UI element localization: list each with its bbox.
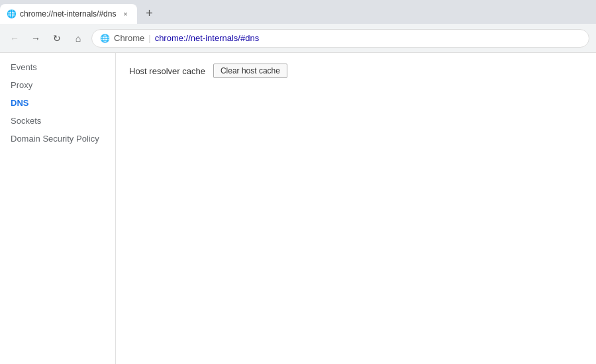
main-content: Host resolver cache Clear host cache xyxy=(116,53,596,364)
reload-button[interactable]: ↻ xyxy=(49,30,65,46)
browser-frame: 🌐 chrome://net-internals/#dns × + ← → ↻ … xyxy=(0,0,596,364)
sidebar-item-proxy[interactable]: Proxy xyxy=(0,76,115,94)
back-button[interactable]: ← xyxy=(7,30,23,46)
address-bar: ← → ↻ ⌂ 🌐 Chrome | chrome://net-internal… xyxy=(0,24,596,53)
sidebar-item-dns[interactable]: DNS xyxy=(0,94,115,112)
tab-title: chrome://net-internals/#dns xyxy=(20,9,116,19)
section-label: Host resolver cache xyxy=(129,66,205,76)
tab-favicon-icon: 🌐 xyxy=(7,9,16,19)
home-button[interactable]: ⌂ xyxy=(70,30,86,46)
clear-host-cache-button[interactable]: Clear host cache xyxy=(213,64,287,78)
forward-button[interactable]: → xyxy=(28,30,44,46)
url-bar[interactable]: 🌐 Chrome | chrome://net-internals/#dns xyxy=(91,29,589,48)
new-tab-button[interactable]: + xyxy=(140,4,158,23)
tab-bar: 🌐 chrome://net-internals/#dns × + xyxy=(0,0,596,24)
sidebar: Events Proxy DNS Sockets Domain Security… xyxy=(0,53,116,364)
sidebar-item-events[interactable]: Events xyxy=(0,58,115,76)
browser-tab[interactable]: 🌐 chrome://net-internals/#dns × xyxy=(0,4,137,24)
content-area: Events Proxy DNS Sockets Domain Security… xyxy=(0,53,596,364)
url-text: chrome://net-internals/#dns xyxy=(155,33,260,43)
tab-close-button[interactable]: × xyxy=(120,9,130,19)
sidebar-item-sockets[interactable]: Sockets xyxy=(0,112,115,130)
sidebar-item-domain-security-policy[interactable]: Domain Security Policy xyxy=(0,130,115,148)
url-separator: | xyxy=(148,33,150,43)
url-favicon-icon: 🌐 xyxy=(100,34,110,43)
host-resolver-section: Host resolver cache Clear host cache xyxy=(129,64,583,78)
url-chrome-label: Chrome xyxy=(114,33,144,43)
